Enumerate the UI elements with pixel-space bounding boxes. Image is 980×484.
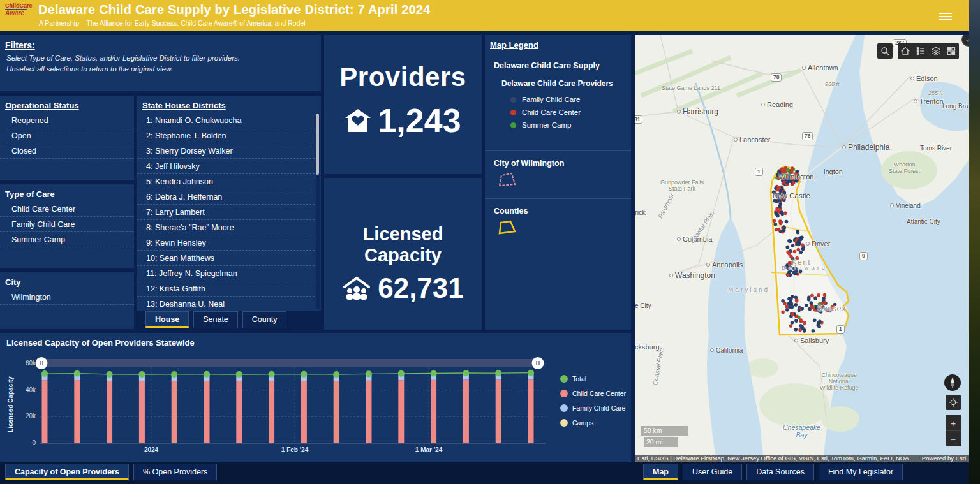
map-label: Maryland <box>728 286 769 293</box>
operational-status-panel: Operational Status ReopenedOpenClosed <box>0 96 134 180</box>
map-zoom-controls: + − <box>946 415 961 446</box>
map-basemap-button[interactable] <box>944 43 959 59</box>
total-dot <box>171 371 177 378</box>
zoom-in-button[interactable]: + <box>946 415 961 431</box>
highway-shield: 1 <box>836 325 845 334</box>
filter-item-status[interactable]: Reopened <box>0 113 134 128</box>
map-label: Philadelphia <box>842 143 889 152</box>
district-item[interactable]: 11: Jeffrey N. Spiegelman <box>137 266 315 281</box>
map-compass-button[interactable] <box>944 374 961 393</box>
districts-list: 1: Nnamdi O. Chukwuocha2: Stephanie T. B… <box>137 113 315 311</box>
svg-text:1 Feb '24: 1 Feb '24 <box>281 446 309 453</box>
map-toolbar <box>898 43 959 59</box>
filter-item-care[interactable]: Summer Camp <box>0 232 134 247</box>
district-item[interactable]: 8: Sherae'a "Rae" Moore <box>137 220 315 235</box>
bar-child-care-center <box>463 379 469 443</box>
svg-text:0: 0 <box>32 439 36 446</box>
dashboard: ChildCare Aware Delaware Child Care Supp… <box>0 0 980 484</box>
tab-find-my-legislator[interactable]: Find My Legislator <box>819 464 903 480</box>
map-label: 968 ft <box>825 81 840 87</box>
district-item[interactable]: 5: Kendra Johnson <box>137 174 315 189</box>
filter-item-city[interactable]: Wilmington <box>0 290 134 305</box>
district-item[interactable]: 7: Larry Lambert <box>137 205 315 220</box>
tab-data-sources[interactable]: Data Sources <box>746 464 814 480</box>
total-dot <box>431 370 437 376</box>
district-item[interactable]: 1: Nnamdi O. Chukwuocha <box>137 113 315 128</box>
chart-legend-dot <box>560 390 568 397</box>
map-legend-button[interactable] <box>913 43 928 59</box>
map-label: Gunpowder Falls State Park <box>660 179 704 192</box>
total-line <box>45 373 531 374</box>
zoom-out-button[interactable]: − <box>946 431 961 446</box>
district-item[interactable]: 10: Sean Matthews <box>137 251 315 266</box>
map-label: rick <box>635 209 646 216</box>
time-slider-handle[interactable] <box>532 357 544 369</box>
counties-polygon-icon <box>498 219 517 236</box>
svg-text:1 Mar '24: 1 Mar '24 <box>415 446 443 453</box>
map-search-button[interactable] <box>877 43 893 59</box>
district-item[interactable]: 6: Debra J. Heffernan <box>137 189 315 205</box>
total-dot <box>333 371 339 378</box>
map-home-button[interactable] <box>898 43 913 59</box>
districts-panel: State House Districts 1: Nnamdi O. Chukw… <box>137 96 321 311</box>
bar-child-care-center <box>334 381 339 444</box>
filter-item-care[interactable]: Child Care Center <box>0 202 134 217</box>
type-of-care-panel: Type of Care Child Care CenterFamily Chi… <box>0 184 134 268</box>
tab-user-guide[interactable]: User Guide <box>683 464 742 480</box>
map-label: Piedmont <box>657 193 676 220</box>
bar-child-care-center <box>204 381 210 443</box>
highway-shield: 76 <box>802 132 813 140</box>
map-label: Harrisburg <box>677 108 718 116</box>
total-dot <box>301 371 307 378</box>
wilmington-polygon-icon <box>498 172 517 188</box>
tab-house[interactable]: House <box>145 311 189 328</box>
legend-layer-title: Delaware Child Care Supply <box>485 52 631 70</box>
district-item[interactable]: 3: Sherry Dorsey Walker <box>137 143 315 159</box>
districts-scrollbar[interactable] <box>316 114 320 309</box>
district-item[interactable]: 2: Stephanie T. Bolden <box>137 128 315 143</box>
legend-item-label: Summer Camp <box>522 121 571 129</box>
filter-item-status[interactable]: Closed <box>0 143 134 159</box>
map-label: Wilmington <box>779 173 813 180</box>
chart-legend-item: Total <box>560 375 626 383</box>
district-item[interactable]: 9: Kevin Hensley <box>137 235 315 251</box>
bar-child-care-center <box>139 381 145 444</box>
tab--open-providers[interactable]: % Open Providers <box>133 464 217 480</box>
legend-dot <box>510 97 516 103</box>
highway-shield: 81 <box>635 115 642 124</box>
people-under-roof-icon <box>342 276 371 300</box>
hamburger-menu-icon[interactable] <box>939 11 952 20</box>
tab-capacity-of-open-providers[interactable]: Capacity of Open Providers <box>5 464 129 480</box>
map-labels: State Game Lands 211Allentown968 ftEdiso… <box>635 35 969 462</box>
legend-dot <box>510 122 516 128</box>
map-label: Dover <box>806 240 830 247</box>
filter-item-care[interactable]: Family Child Care <box>0 217 134 232</box>
tab-senate[interactable]: Senate <box>193 311 238 328</box>
district-item[interactable]: 12: Krista Griffith <box>137 281 315 297</box>
legend-wilmington-label: City of Wilmington <box>485 151 631 172</box>
type-of-care-heading: Type of Care <box>0 184 134 202</box>
map[interactable]: State Game Lands 211Allentown968 ftEdiso… <box>635 35 969 462</box>
licensed-capacity-panel: Licensed Capacity 62,731 <box>324 178 482 330</box>
map-label: 255 ft <box>928 90 943 96</box>
district-item[interactable]: 4: Jeff Hilovsky <box>137 159 315 174</box>
chart-legend-dot <box>560 404 568 412</box>
map-locate-button[interactable] <box>946 395 961 410</box>
map-layers-button[interactable] <box>928 43 944 59</box>
district-item[interactable]: 13: Deshanna U. Neal <box>137 297 315 311</box>
chart-legend-label: Child Care Center <box>572 390 626 397</box>
time-slider-track[interactable] <box>41 359 538 367</box>
tab-map[interactable]: Map <box>643 464 678 480</box>
map-attribution: Esri, USGS | Delaware FirstMap, New Jers… <box>637 455 914 462</box>
map-label: Edison <box>910 75 938 82</box>
bar-child-care-center <box>74 380 80 443</box>
tab-county[interactable]: County <box>242 311 287 328</box>
map-label: Trenton <box>914 98 944 105</box>
svg-text:60k: 60k <box>26 360 36 367</box>
districts-scrollbar-thumb[interactable] <box>316 114 319 175</box>
filter-item-status[interactable]: Open <box>0 128 134 143</box>
map-legend-heading: Map Legend <box>485 35 631 52</box>
capacity-chart: 020k40k60k20241 Feb '241 Mar '24Licensed… <box>0 333 631 462</box>
scale-mi: 20 mi <box>644 437 678 447</box>
time-slider-handle[interactable] <box>36 357 48 369</box>
